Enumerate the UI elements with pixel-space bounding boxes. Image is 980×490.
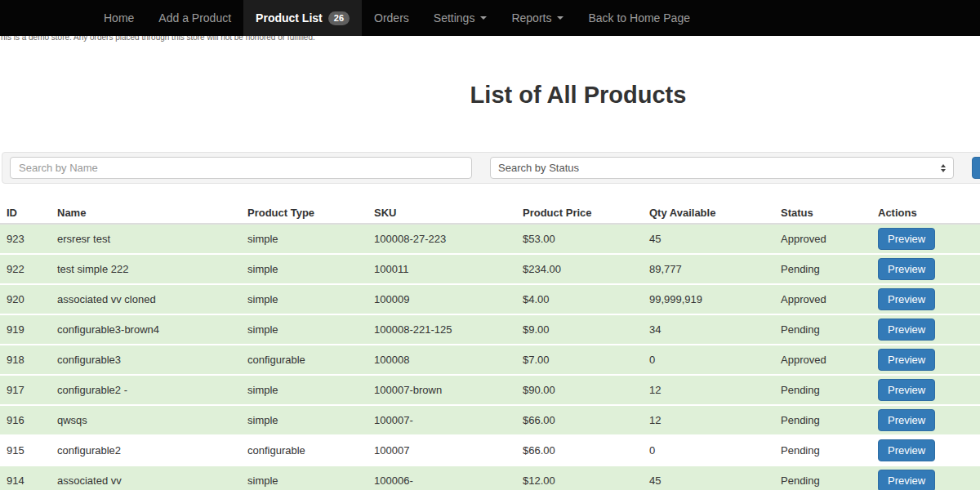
- nav-item-label: Reports: [511, 11, 551, 24]
- cell-qty-available: 12: [643, 405, 774, 435]
- table-row: 922 test simple 222 simple 100011 $234.0…: [0, 254, 980, 284]
- select-stepper-icon: [941, 164, 946, 172]
- cell-product-type: configurable: [241, 435, 368, 466]
- cell-sku: 100008-27-223: [368, 224, 516, 254]
- status-select-value: Search by Status: [498, 162, 579, 174]
- preview-button[interactable]: Preview: [878, 318, 935, 341]
- cell-qty-available: 45: [643, 224, 774, 254]
- cell-status: Approved: [774, 284, 871, 314]
- table-row: 914 associated vv simple 100006- $12.00 …: [0, 466, 980, 490]
- cell-sku: 100011: [368, 254, 516, 284]
- cell-actions: Preview: [871, 345, 980, 375]
- cell-actions: Preview: [871, 284, 980, 314]
- column-header: SKU: [368, 203, 516, 224]
- cell-product-type: simple: [241, 405, 368, 435]
- cell-qty-available: 0: [643, 435, 774, 466]
- preview-button[interactable]: Preview: [878, 409, 935, 431]
- cell-status: Pending: [774, 466, 871, 490]
- cell-sku: 100007-brown: [368, 375, 516, 405]
- cell-id: 919: [0, 314, 51, 345]
- cell-qty-available: 34: [643, 314, 774, 345]
- cell-name: ersresr test: [51, 224, 241, 254]
- cell-actions: Preview: [871, 224, 980, 254]
- cell-sku: 100009: [368, 284, 516, 314]
- cell-product-price: $66.00: [516, 405, 643, 435]
- cell-product-price: $66.00: [516, 435, 643, 466]
- preview-button[interactable]: Preview: [878, 439, 935, 461]
- cell-product-type: simple: [241, 284, 368, 314]
- cell-status: Pending: [774, 405, 871, 435]
- preview-button[interactable]: Preview: [878, 258, 935, 280]
- nav-link[interactable]: Orders: [362, 0, 421, 36]
- count-badge: 26: [328, 11, 350, 25]
- caret-down-icon: [480, 16, 487, 20]
- search-status-select[interactable]: Search by Status: [490, 157, 954, 179]
- column-header: Product Price: [516, 203, 643, 224]
- cell-product-type: simple: [241, 466, 368, 490]
- nav-link[interactable]: Reports: [499, 0, 576, 36]
- cell-id: 915: [0, 435, 51, 466]
- cell-actions: Preview: [871, 254, 980, 284]
- cell-id: 922: [0, 254, 51, 284]
- table-row: 919 configurable3-brown4 simple 100008-2…: [0, 314, 980, 345]
- cell-status: Approved: [774, 224, 871, 254]
- cell-actions: Preview: [871, 375, 980, 405]
- cell-id: 918: [0, 345, 51, 375]
- nav-item-label: Add a Product: [158, 11, 231, 24]
- cell-product-price: $9.00: [516, 314, 643, 345]
- cell-id: 923: [0, 224, 51, 254]
- table-header: IDNameProduct TypeSKUProduct PriceQty Av…: [0, 203, 980, 224]
- page-title: List of All Products: [0, 82, 980, 109]
- cell-name: qwsqs: [51, 405, 241, 435]
- cell-status: Approved: [774, 345, 871, 375]
- cell-name: associated vv cloned: [51, 284, 241, 314]
- cell-product-type: simple: [241, 375, 368, 405]
- nav-item-settings: Settings: [421, 0, 500, 36]
- cell-status: Pending: [774, 254, 871, 284]
- nav-link[interactable]: Product List 26: [243, 0, 362, 36]
- cell-name: associated vv: [51, 466, 241, 490]
- cell-id: 916: [0, 405, 51, 435]
- table-row: 915 configurable2 configurable 100007 $6…: [0, 435, 980, 466]
- nav-link[interactable]: Back to Home Page: [576, 0, 702, 36]
- nav-item-home: Home: [91, 0, 146, 36]
- cell-id: 917: [0, 375, 51, 405]
- nav-link[interactable]: Settings: [421, 0, 500, 36]
- cell-qty-available: 45: [643, 466, 774, 490]
- column-header: Actions: [871, 203, 980, 224]
- cell-product-type: simple: [241, 254, 368, 284]
- preview-button[interactable]: Preview: [878, 379, 935, 401]
- nav-link[interactable]: Home: [91, 0, 146, 36]
- nav-item-label: Orders: [374, 11, 409, 24]
- table-row: 916 qwsqs simple 100007- $66.00 12 Pendi…: [0, 405, 980, 435]
- cell-status: Pending: [774, 314, 871, 345]
- cell-actions: Preview: [871, 314, 980, 345]
- nav-item-back-to-home-page: Back to Home Page: [576, 0, 702, 36]
- cell-name: configurable3: [51, 345, 241, 375]
- cell-status: Pending: [774, 375, 871, 405]
- search-button[interactable]: [972, 157, 980, 179]
- preview-button[interactable]: Preview: [878, 288, 935, 310]
- preview-button[interactable]: Preview: [878, 228, 935, 250]
- cell-sku: 100007-: [368, 405, 516, 435]
- search-name-input[interactable]: [10, 157, 472, 179]
- cell-name: test simple 222: [51, 254, 241, 284]
- cell-name: configurable3-brown4: [51, 314, 241, 345]
- cell-sku: 100007: [368, 435, 516, 466]
- nav-item-label: Home: [104, 11, 134, 24]
- nav-item-reports: Reports: [499, 0, 576, 36]
- table-row: 917 configurable2 - simple 100007-brown …: [0, 375, 980, 405]
- preview-button[interactable]: Preview: [878, 470, 935, 490]
- cell-qty-available: 99,999,919: [643, 284, 774, 314]
- column-header: Status: [774, 203, 871, 224]
- cell-product-type: simple: [241, 224, 368, 254]
- cell-product-price: $12.00: [516, 466, 643, 490]
- nav-link[interactable]: Add a Product: [146, 0, 243, 36]
- preview-button[interactable]: Preview: [878, 349, 935, 371]
- caret-down-icon: [557, 16, 564, 20]
- cell-sku: 100008-221-125: [368, 314, 516, 345]
- cell-status: Pending: [774, 435, 871, 466]
- column-header: Name: [51, 203, 241, 224]
- table-row: 923 ersresr test simple 100008-27-223 $5…: [0, 224, 980, 254]
- top-navbar: Home Add a Product Product List 26 Order…: [0, 0, 980, 36]
